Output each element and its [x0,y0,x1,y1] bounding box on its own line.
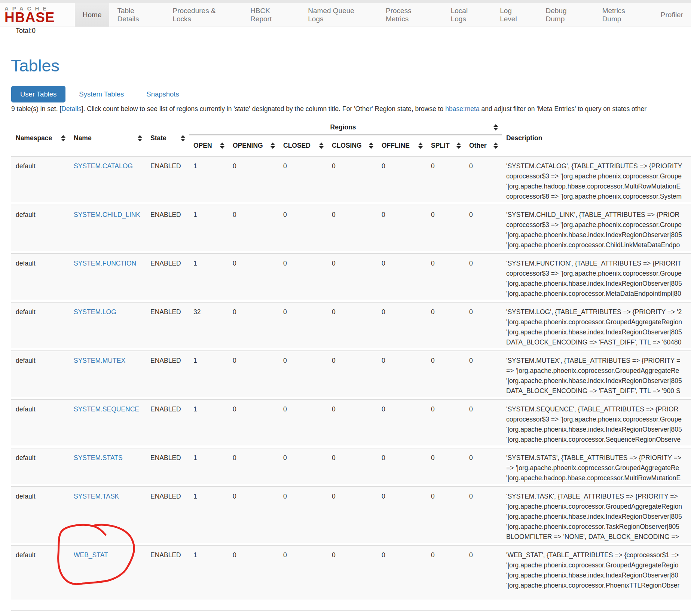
region-count-closing[interactable]: 0 [327,486,377,545]
sort-icon[interactable] [418,142,423,149]
region-count-closing[interactable]: 0 [327,302,377,350]
region-count-closed[interactable]: 0 [279,253,327,302]
sort-icon[interactable] [220,142,224,149]
nav-item-procedures-locks[interactable]: Procedures & Locks [165,3,242,27]
region-count-split[interactable]: 0 [426,448,465,486]
region-count-other[interactable]: 0 [465,302,502,350]
region-count-closing[interactable]: 0 [327,350,377,399]
sort-icon[interactable] [61,135,65,141]
region-count-closed[interactable]: 0 [279,486,327,545]
nav-item-table-details[interactable]: Table Details [109,3,165,27]
column-header-open[interactable]: OPEN [189,135,228,156]
region-count-closing[interactable]: 0 [327,399,377,448]
region-count-closed[interactable]: 0 [279,156,327,205]
sort-icon[interactable] [181,135,185,141]
nav-item-profiler[interactable]: Profiler [653,3,691,27]
region-count-open[interactable]: 1 [189,156,228,205]
region-count-split[interactable]: 0 [426,302,465,350]
region-count-offline[interactable]: 0 [377,253,426,302]
region-count-opening[interactable]: 0 [228,448,279,486]
region-count-closing[interactable]: 0 [327,205,377,253]
sort-icon[interactable] [270,142,275,149]
column-header-name[interactable]: Name [69,120,146,156]
table-name-link[interactable]: SYSTEM.CHILD_LINK [74,211,140,218]
region-count-other[interactable]: 0 [465,399,502,448]
column-header-namespace[interactable]: Namespace [11,120,69,156]
region-count-opening[interactable]: 0 [228,156,279,205]
region-count-open[interactable]: 1 [189,350,228,399]
nav-item-home[interactable]: Home [75,3,110,27]
region-count-split[interactable]: 0 [426,350,465,399]
tab-user-tables[interactable]: User Tables [11,86,65,102]
region-count-closing[interactable]: 0 [327,253,377,302]
region-count-offline[interactable]: 0 [377,399,426,448]
region-count-other[interactable]: 0 [465,350,502,399]
column-group-header-regions[interactable]: Regions [189,120,502,135]
region-count-open[interactable]: 1 [189,545,228,602]
region-count-other[interactable]: 0 [465,486,502,545]
table-name-link[interactable]: SYSTEM.FUNCTION [74,260,136,267]
region-count-opening[interactable]: 0 [228,486,279,545]
table-name-link[interactable]: SYSTEM.LOG [74,308,116,316]
column-header-state[interactable]: State [146,120,189,156]
region-count-closed[interactable]: 0 [279,302,327,350]
region-count-closed[interactable]: 0 [279,448,327,486]
region-count-offline[interactable]: 0 [377,545,426,602]
region-count-opening[interactable]: 0 [228,399,279,448]
nav-item-local-logs[interactable]: Local Logs [443,3,492,27]
region-count-offline[interactable]: 0 [377,448,426,486]
region-count-offline[interactable]: 0 [377,205,426,253]
column-header-opening[interactable]: OPENING [228,135,279,156]
column-header-other[interactable]: Other [465,135,502,156]
table-name-link[interactable]: SYSTEM.TASK [74,493,119,500]
table-name-link[interactable]: SYSTEM.CATALOG [74,162,133,170]
sort-icon[interactable] [319,142,324,149]
region-count-opening[interactable]: 0 [228,253,279,302]
region-count-open[interactable]: 1 [189,486,228,545]
region-count-closing[interactable]: 0 [327,156,377,205]
table-name-link[interactable]: WEB_STAT [74,551,108,559]
sort-icon[interactable] [493,142,498,149]
region-count-open[interactable]: 32 [189,302,228,350]
region-count-opening[interactable]: 0 [228,302,279,350]
region-count-other[interactable]: 0 [465,545,502,602]
region-count-offline[interactable]: 0 [377,156,426,205]
region-count-closed[interactable]: 0 [279,545,327,602]
nav-item-log-level[interactable]: Log Level [492,3,538,27]
nav-item-hbck-report[interactable]: HBCK Report [242,3,300,27]
table-name-link[interactable]: SYSTEM.STATS [74,454,123,462]
nav-item-named-queue-logs[interactable]: Named Queue Logs [300,3,378,27]
sort-icon[interactable] [369,142,373,149]
hbase-meta-link[interactable]: hbase:meta [445,105,479,113]
region-count-split[interactable]: 0 [426,205,465,253]
details-link[interactable]: Details [61,105,82,113]
region-count-split[interactable]: 0 [426,486,465,545]
column-header-offline[interactable]: OFFLINE [377,135,426,156]
region-count-split[interactable]: 0 [426,156,465,205]
region-count-closed[interactable]: 0 [279,399,327,448]
region-count-other[interactable]: 0 [465,253,502,302]
region-count-offline[interactable]: 0 [377,486,426,545]
region-count-offline[interactable]: 0 [377,302,426,350]
table-name-link[interactable]: SYSTEM.SEQUENCE [74,405,139,413]
region-count-open[interactable]: 1 [189,205,228,253]
sort-icon[interactable] [456,142,461,149]
region-count-closed[interactable]: 0 [279,205,327,253]
column-header-closed[interactable]: CLOSED [279,135,327,156]
region-count-opening[interactable]: 0 [228,350,279,399]
region-count-offline[interactable]: 0 [377,350,426,399]
region-count-opening[interactable]: 0 [228,545,279,602]
region-count-closed[interactable]: 0 [279,350,327,399]
sort-icon[interactable] [138,135,142,141]
sort-icon[interactable] [493,124,498,131]
region-count-split[interactable]: 0 [426,399,465,448]
region-count-other[interactable]: 0 [465,156,502,205]
nav-item-process-metrics[interactable]: Process Metrics [378,3,443,27]
column-header-closing[interactable]: CLOSING [327,135,377,156]
region-count-other[interactable]: 0 [465,205,502,253]
region-count-other[interactable]: 0 [465,448,502,486]
table-name-link[interactable]: SYSTEM.MUTEX [74,357,125,364]
region-count-open[interactable]: 1 [189,253,228,302]
region-count-closing[interactable]: 0 [327,545,377,602]
tab-snapshots[interactable]: Snapshots [137,86,188,102]
